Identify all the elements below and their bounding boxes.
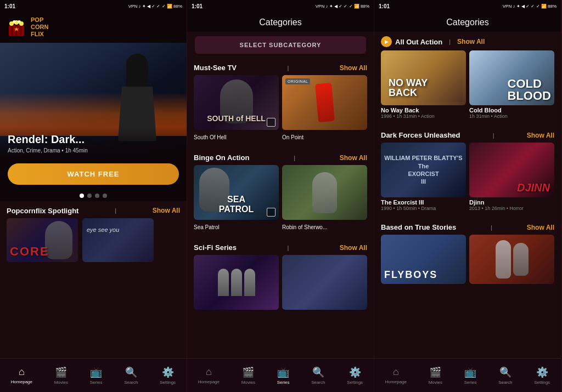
dark-forces-row: WILLIAM PETER BLATTY'STheEXORCISTIII DJI… <box>374 143 561 197</box>
spotlight-card-1[interactable]: CORE <box>7 218 78 262</box>
action-titles-row: No Way Back 1996 • 1h 31min • Action Col… <box>374 105 561 119</box>
status-icons-3: VPN ♪ ✦ ◀ ✓ ✓ ✓ 📶 88% <box>503 4 557 9</box>
nav-label-homepage-2: Homepage <box>198 379 220 384</box>
must-see-title: Must-See TV <box>194 64 237 72</box>
nav-series-1[interactable]: 📺 Series <box>86 363 107 388</box>
panel-categories-action: 1:01 VPN ♪ ✦ ◀ ✓ ✓ ✓ 📶 88% Categories ▶ … <box>374 0 561 392</box>
nav-homepage-2[interactable]: ⌂ Homepage <box>194 363 224 388</box>
nav-homepage-1[interactable]: ⌂ Homepage <box>7 363 37 388</box>
south-of-hell-checkbox[interactable] <box>267 118 276 127</box>
cold-blood-text: COLDBLOOD <box>508 78 551 102</box>
must-see-movie-row: SOUTH of HELL ORIGINAL <box>187 75 374 130</box>
scifi-card-2[interactable] <box>282 255 367 310</box>
categories-title-3: Categories <box>381 18 554 27</box>
series-icon-3: 📺 <box>464 366 476 378</box>
binge-titles-row: Sea Patrol Robin of Sherwo... <box>187 220 374 231</box>
nav-label-series-2: Series <box>277 380 290 385</box>
sea-patrol-text: SEAPATROL <box>194 195 279 214</box>
scifi-poster-2 <box>282 255 367 310</box>
life-of-king-poster <box>469 235 554 284</box>
south-of-hell-title-below: South Of Hell <box>194 132 279 141</box>
cold-blood-poster: COLDBLOOD <box>469 50 554 105</box>
subcategory-button[interactable]: SELECT SUBCATEGORY <box>195 36 366 54</box>
exorcist-poster: WILLIAM PETER BLATTY'STheEXORCISTIII <box>381 143 466 197</box>
nav-series-3[interactable]: 📺 Series <box>460 363 481 388</box>
nav-settings-3[interactable]: ⚙️ Settings <box>530 363 554 388</box>
on-point-card[interactable]: ORIGINAL <box>282 75 367 130</box>
spotlight-show-all[interactable]: Show All <box>153 207 180 214</box>
dot-3 <box>95 194 99 198</box>
nav-search-2[interactable]: 🔍 Search <box>307 363 329 388</box>
play-circle-icon: ▶ <box>381 36 392 47</box>
nav-label-search-3: Search <box>498 380 512 385</box>
no-way-back-text: NO WAYBACK <box>389 78 428 98</box>
nav-homepage-3[interactable]: ⌂ Homepage <box>381 363 411 388</box>
scifi-show-all[interactable]: Show All <box>340 244 367 252</box>
sea-patrol-card[interactable]: SEAPATROL <box>194 165 279 220</box>
nav-movies-2[interactable]: 🎬 Movies <box>237 363 260 388</box>
life-of-king-card[interactable] <box>469 235 554 284</box>
categories-header-3: Categories <box>374 12 561 32</box>
scifi-header: Sci-Fi Series | Show All <box>187 238 374 255</box>
nav-label-series-3: Series <box>464 380 477 385</box>
no-way-back-card[interactable]: NO WAYBACK <box>381 50 466 105</box>
true-stories-section: Based on True Stories | Show All FLYBOYS <box>374 218 561 284</box>
nav-movies-3[interactable]: 🎬 Movies <box>424 363 447 388</box>
true-stories-show-all[interactable]: Show All <box>527 224 554 231</box>
all-out-action-show-all[interactable]: Show All <box>457 38 485 46</box>
settings-icon-1: ⚙️ <box>162 366 174 378</box>
app-header: POP CORN FLIX <box>0 12 187 43</box>
nav-settings-1[interactable]: ⚙️ Settings <box>155 363 180 388</box>
spotlight-card-2-text: eye see you <box>87 226 119 233</box>
home-icon-1: ⌂ <box>19 366 25 378</box>
spotlight-divider: | <box>115 207 116 214</box>
must-see-show-all[interactable]: Show All <box>340 64 367 72</box>
nav-label-settings-3: Settings <box>534 380 550 385</box>
cold-blood-card[interactable]: COLDBLOOD <box>469 50 554 105</box>
robin-title-below: Robin of Sherwo... <box>282 221 367 231</box>
dot-2 <box>87 194 92 198</box>
scifi-movie-row <box>187 255 374 310</box>
nav-label-search-1: Search <box>124 380 138 385</box>
nav-movies-1[interactable]: 🎬 Movies <box>50 363 72 388</box>
must-see-tv-section: Must-See TV | Show All SOUTH of HELL <box>187 58 374 141</box>
djinn-card[interactable]: DJINN <box>469 143 554 197</box>
nav-settings-2[interactable]: ⚙️ Settings <box>342 363 367 388</box>
nav-series-2[interactable]: 📺 Series <box>273 363 294 388</box>
south-of-hell-poster: SOUTH of HELL <box>194 75 279 130</box>
nav-search-3[interactable]: 🔍 Search <box>494 363 516 388</box>
popcornflix-logo-icon <box>7 18 26 37</box>
binge-action-header: Binge On Action | Show All <box>187 148 374 165</box>
dark-forces-show-all[interactable]: Show All <box>527 132 554 139</box>
binge-action-show-all[interactable]: Show All <box>340 154 367 162</box>
flyboys-card[interactable]: FLYBOYS <box>381 235 466 284</box>
flyboys-text: FLYBOYS <box>384 269 437 281</box>
exorcist-text: WILLIAM PETER BLATTY'STheEXORCISTIII <box>384 154 462 185</box>
hero-buttons-container: WATCH FREE <box>0 158 187 190</box>
home-icon-2: ⌂ <box>206 366 212 378</box>
hero-banner: Rendel: Dark... Action, Crime, Drama • 1… <box>0 43 187 158</box>
watch-free-button[interactable]: WATCH FREE <box>8 163 179 185</box>
person-silhouette-3 <box>244 269 255 296</box>
djinn-text: DJINN <box>517 181 550 194</box>
cold-blood-info: Cold Blood 1h 31min • Action <box>469 107 554 119</box>
time-1: 1:01 <box>4 3 15 9</box>
south-of-hell-card[interactable]: SOUTH of HELL <box>194 75 279 130</box>
robin-card[interactable] <box>282 165 367 220</box>
no-way-back-info: No Way Back 1996 • 1h 31min • Action <box>381 107 466 119</box>
nav-label-homepage-1: Homepage <box>11 379 32 384</box>
dark-forces-titles-row: The Exorcist III 1990 • 1h 50min • Drama… <box>374 197 561 211</box>
dot-1 <box>80 194 84 198</box>
djinn-poster: DJINN <box>469 143 554 197</box>
sea-patrol-checkbox[interactable] <box>267 208 276 217</box>
exorcist-card[interactable]: WILLIAM PETER BLATTY'STheEXORCISTIII <box>381 143 466 197</box>
spotlight-card-2[interactable]: eye see you <box>82 218 154 262</box>
scifi-section: Sci-Fi Series | Show All <box>187 238 374 310</box>
scifi-card-1[interactable] <box>194 255 279 310</box>
status-bar-1: 1:01 VPN ♪ ✦ ◀ ✓ ✓ ✓ 📶 88% <box>0 0 187 12</box>
home-icon-3: ⌂ <box>393 366 399 378</box>
nav-search-1[interactable]: 🔍 Search <box>120 363 142 388</box>
nav-label-movies-1: Movies <box>54 380 68 385</box>
carousel-dots <box>0 190 187 201</box>
spotlight-scroll: CORE eye see you <box>0 218 187 262</box>
